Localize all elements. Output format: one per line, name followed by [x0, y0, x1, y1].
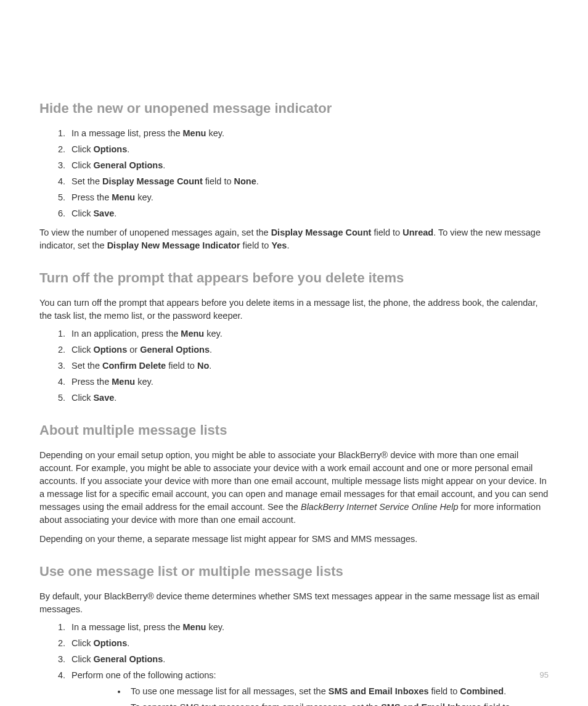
para-bold: Yes [271, 240, 287, 250]
list-item: Press the Menu key. [68, 376, 549, 388]
step-bold: Save [93, 393, 114, 403]
step-text: . [210, 345, 212, 355]
step-text: . [127, 638, 129, 648]
step-text: Press the [71, 192, 112, 202]
bullet-bold: SMS and Email Inboxes [381, 702, 481, 706]
step-text: . [114, 393, 116, 403]
step-text: key. [206, 128, 224, 138]
list-item: In an application, press the Menu key. [68, 327, 549, 340]
list-item: Click Options. [68, 143, 549, 156]
step-text: . [163, 654, 165, 664]
list-item: In a message list, press the Menu key. [68, 127, 549, 140]
step-bold: Menu [112, 377, 135, 387]
step-text: key. [135, 192, 153, 202]
step-bold: None [234, 176, 256, 186]
para-text: . [287, 240, 289, 250]
step-bold: Options [93, 144, 127, 154]
step-text: . [114, 208, 116, 218]
step-text: or [127, 345, 140, 355]
bullet-text: To use one message list for all messages… [131, 686, 329, 696]
bullet-text: field to [481, 702, 510, 706]
para-bold: Unread [402, 228, 433, 237]
step-bold: Save [93, 208, 114, 218]
steps-use-one-or-multiple: In a message list, press the Menu key. C… [68, 621, 549, 706]
step-bold: Menu [181, 329, 204, 339]
step-bold: Options [93, 638, 127, 648]
step-text: In an application, press the [71, 329, 181, 339]
paragraph-turn-off-intro: You can turn off the prompt that appears… [39, 297, 549, 322]
list-item: Click Save. [68, 207, 549, 220]
list-item: Press the Menu key. [68, 191, 549, 204]
step-text: key. [204, 329, 223, 339]
paragraph-use-one-intro: By default, your BlackBerry® device them… [39, 590, 549, 616]
step-text: . [256, 176, 259, 186]
step-text: Click [71, 160, 93, 170]
list-item: Click General Options. [68, 653, 549, 666]
step-text: Click [71, 144, 93, 154]
step-text: In a message list, press the [71, 128, 183, 138]
para-text: To view the number of unopened messages … [39, 228, 271, 237]
para-text: field to [240, 240, 272, 250]
step-text: Set the [71, 176, 102, 186]
step-bold: Menu [183, 622, 206, 632]
heading-turn-off-prompt: Turn off the prompt that appears before … [39, 268, 549, 288]
step-text: Set the [71, 361, 102, 371]
step-bold: Menu [183, 128, 206, 138]
bullet-text: field to [429, 686, 460, 696]
step-bold: Display Message Count [102, 176, 203, 186]
list-item: To use one message list for all messages… [127, 685, 549, 698]
step-text: Click [71, 345, 93, 355]
para-bold: Display Message Count [271, 228, 372, 237]
heading-about-multiple-lists: About multiple message lists [39, 421, 549, 440]
bullet-bold: SMS and Email Inboxes [329, 686, 429, 696]
step-bold: General Options [93, 654, 163, 664]
step-bold: General Options [93, 160, 163, 170]
step-text: Click [71, 654, 93, 664]
list-item: Perform one of the following actions: To… [68, 669, 549, 706]
paragraph-hide-indicator-note: To view the number of unopened messages … [39, 226, 549, 252]
para-text: field to [371, 228, 402, 237]
step-bold: Menu [112, 192, 135, 202]
para-bold: Display New Message Indicator [107, 240, 240, 250]
step-bold: Confirm Delete [102, 361, 166, 371]
list-item: Click Options. [68, 637, 549, 650]
step-bold: Options [93, 345, 127, 355]
list-item: Click Options or General Options. [68, 343, 549, 356]
step-bold: General Options [140, 345, 210, 355]
list-item: To separate SMS text messages from email… [127, 701, 549, 706]
bullet-bold: Combined [460, 686, 504, 696]
step-text: field to [203, 176, 234, 186]
steps-hide-indicator: In a message list, press the Menu key. C… [68, 127, 549, 220]
heading-hide-indicator: Hide the new or unopened message indicat… [39, 99, 549, 118]
para-italic: BlackBerry Internet Service Online Help [301, 502, 458, 512]
list-item: Set the Confirm Delete field to No. [68, 359, 549, 372]
paragraph-about-multiple-2: Depending on your theme, a separate mess… [39, 533, 549, 546]
step-text: field to [166, 361, 197, 371]
step-text: . [127, 144, 129, 154]
step-text: key. [206, 622, 224, 632]
list-item: In a message list, press the Menu key. [68, 621, 549, 634]
step-text: Perform one of the following actions: [71, 670, 216, 680]
paragraph-about-multiple-1: Depending on your email setup option, yo… [39, 449, 549, 527]
step-text: Click [71, 638, 93, 648]
step-text: Click [71, 208, 93, 218]
sub-bullets: To use one message list for all messages… [127, 685, 549, 706]
bullet-text: To separate SMS text messages from email… [131, 702, 381, 706]
step-bold: No [197, 361, 209, 371]
step-text: Click [71, 393, 93, 403]
list-item: Set the Display Message Count field to N… [68, 175, 549, 188]
steps-turn-off-prompt: In an application, press the Menu key. C… [68, 327, 549, 404]
page-number: 95 [540, 670, 549, 681]
list-item: Click Save. [68, 392, 549, 404]
step-text: . [209, 361, 211, 371]
step-text: Press the [71, 377, 112, 387]
step-text: In a message list, press the [71, 622, 183, 632]
bullet-text: . [504, 686, 506, 696]
list-item: Click General Options. [68, 159, 549, 172]
step-text: key. [135, 377, 153, 387]
heading-use-one-or-multiple: Use one message list or multiple message… [39, 562, 549, 581]
step-text: . [163, 160, 165, 170]
